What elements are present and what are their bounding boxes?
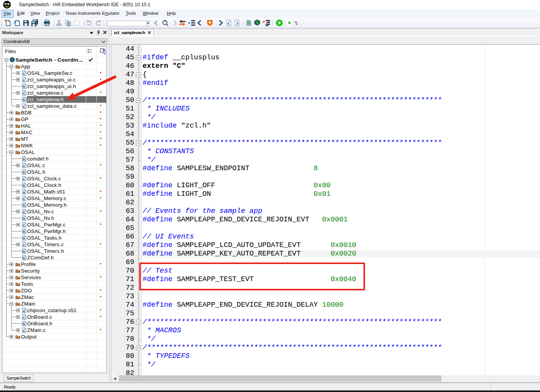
svg-text:h: h [23,157,25,161]
svg-text:h: h [23,85,25,88]
svg-text:c: c [23,328,25,332]
svg-text:c: c [23,210,25,214]
svg-text:h: h [23,203,25,207]
svg-text:c: c [23,78,25,82]
svg-text:h: h [23,98,25,102]
svg-text:h: h [23,230,25,233]
svg-text:h: h [23,322,25,326]
svg-text:c: c [23,177,25,181]
svg-text:h: h [23,183,25,187]
svg-text:c: c [23,243,25,247]
svg-text:c: c [23,71,25,75]
svg-text:h: h [23,170,25,174]
svg-text:c: c [23,223,25,227]
svg-text:c: c [23,315,25,319]
svg-text:c: c [23,104,25,108]
svg-text:c: c [23,197,25,200]
svg-text:c: c [23,164,25,168]
svg-text:h: h [23,216,25,220]
svg-text:h: h [23,256,25,260]
svg-text:h: h [23,236,25,240]
svg-text:c: c [23,91,25,95]
svg-text:h: h [23,249,25,253]
